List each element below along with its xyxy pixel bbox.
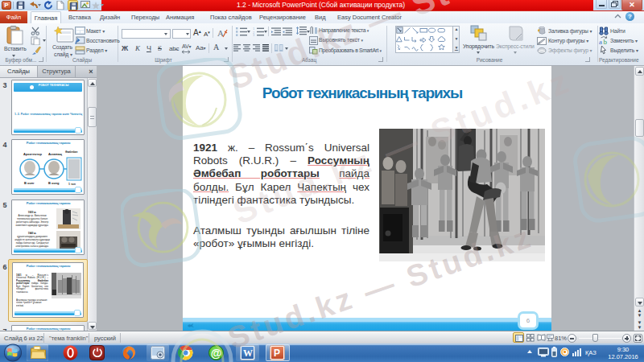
svg-text:Архитектор: Архитектор <box>23 152 42 156</box>
svg-text:3: 3 <box>253 33 255 36</box>
svg-text:Ағзаның: Ағзаның <box>48 152 63 156</box>
svg-text:P: P <box>274 348 280 359</box>
svg-text:Әмбебап: Әмбебап <box>65 150 77 154</box>
svg-text:a: a <box>599 38 602 45</box>
svg-text:b: b <box>604 38 608 45</box>
svg-text:В оснг: В оснг <box>24 181 35 185</box>
svg-text:1 топ: 1 топ <box>68 183 76 186</box>
svg-text:В осng: В осng <box>48 181 60 185</box>
